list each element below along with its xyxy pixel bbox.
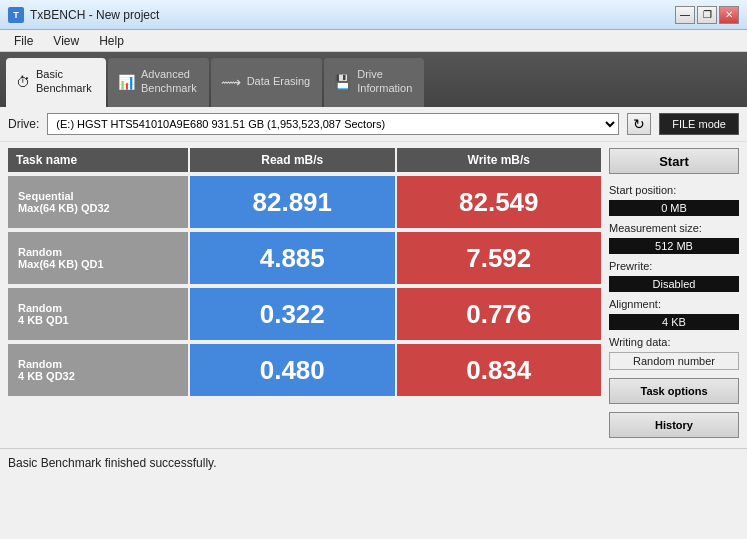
writing-data-value: Random number [609,352,739,370]
tab-advanced-benchmark[interactable]: 📊 AdvancedBenchmark [108,58,209,107]
start-position-label: Start position: [609,184,739,196]
task-options-button[interactable]: Task options [609,378,739,404]
table-row: Random4 KB QD32 0.480 0.834 [8,344,601,396]
right-panel: Start Start position: 0 MB Measurement s… [609,148,739,442]
window-title: TxBENCH - New project [30,8,159,22]
menu-view[interactable]: View [45,32,87,50]
row-random4-qd32-read: 0.480 [190,344,395,396]
alignment-label: Alignment: [609,298,739,310]
tab-basic-benchmark[interactable]: ⏱ BasicBenchmark [6,58,106,107]
drive-icon: 💾 [334,74,351,90]
row-random4-qd1-label: Random4 KB QD1 [8,288,188,340]
drive-bar: Drive: (E:) HGST HTS541010A9E680 931.51 … [0,107,747,142]
menu-help[interactable]: Help [91,32,132,50]
close-button[interactable]: ✕ [719,6,739,24]
row-sequential-read: 82.891 [190,176,395,228]
writing-data-label: Writing data: [609,336,739,348]
table-row: Random4 KB QD1 0.322 0.776 [8,288,601,340]
row-random4-qd32-write: 0.834 [397,344,602,396]
status-text: Basic Benchmark finished successfully. [8,456,217,470]
start-position-value: 0 MB [609,200,739,216]
file-mode-button[interactable]: FILE mode [659,113,739,135]
timer-icon: ⏱ [16,74,30,90]
status-bar: Basic Benchmark finished successfully. [0,448,747,476]
row-random4-qd1-read: 0.322 [190,288,395,340]
row-random4-qd1-write: 0.776 [397,288,602,340]
col-write: Write mB/s [397,148,602,172]
maximize-button[interactable]: ❐ [697,6,717,24]
drive-select[interactable]: (E:) HGST HTS541010A9E680 931.51 GB (1,9… [47,113,619,135]
start-button[interactable]: Start [609,148,739,174]
minimize-button[interactable]: — [675,6,695,24]
row-random64-write: 7.592 [397,232,602,284]
prewrite-label: Prewrite: [609,260,739,272]
tab-data-erasing[interactable]: ⟿ Data Erasing [211,58,323,107]
tab-drive-information[interactable]: 💾 DriveInformation [324,58,424,107]
row-sequential-write: 82.549 [397,176,602,228]
measurement-size-label: Measurement size: [609,222,739,234]
tab-drive-label: DriveInformation [357,68,412,94]
main-content: Task name Read mB/s Write mB/s Sequentia… [0,142,747,448]
row-random64-read: 4.885 [190,232,395,284]
drive-refresh-button[interactable]: ↻ [627,113,651,135]
app-icon: T [8,7,24,23]
table-row: RandomMax(64 KB) QD1 4.885 7.592 [8,232,601,284]
title-bar: T TxBENCH - New project — ❐ ✕ [0,0,747,30]
col-read: Read mB/s [190,148,395,172]
window-controls: — ❐ ✕ [675,6,739,24]
tab-erasing-label: Data Erasing [247,75,311,88]
alignment-value: 4 KB [609,314,739,330]
measurement-size-value: 512 MB [609,238,739,254]
title-bar-left: T TxBENCH - New project [8,7,159,23]
table-row: SequentialMax(64 KB) QD32 82.891 82.549 [8,176,601,228]
erasing-icon: ⟿ [221,74,241,90]
col-task-name: Task name [8,148,188,172]
prewrite-value: Disabled [609,276,739,292]
tab-basic-label: BasicBenchmark [36,68,92,94]
drive-label: Drive: [8,117,39,131]
benchmark-table: Task name Read mB/s Write mB/s Sequentia… [8,148,601,442]
row-random4-qd32-label: Random4 KB QD32 [8,344,188,396]
tab-bar: ⏱ BasicBenchmark 📊 AdvancedBenchmark ⟿ D… [0,52,747,107]
row-sequential-label: SequentialMax(64 KB) QD32 [8,176,188,228]
row-random64-label: RandomMax(64 KB) QD1 [8,232,188,284]
history-button[interactable]: History [609,412,739,438]
menu-bar: File View Help [0,30,747,52]
table-header: Task name Read mB/s Write mB/s [8,148,601,172]
chart-icon: 📊 [118,74,135,90]
menu-file[interactable]: File [6,32,41,50]
tab-advanced-label: AdvancedBenchmark [141,68,197,94]
